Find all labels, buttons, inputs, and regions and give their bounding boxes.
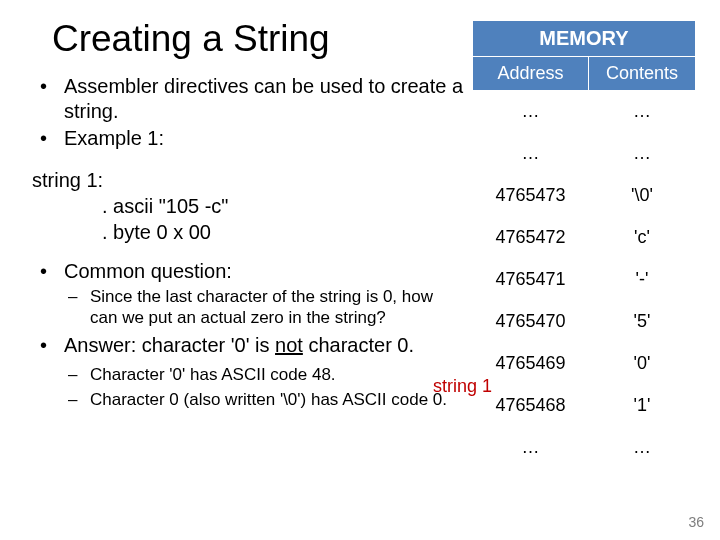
sub-bullet-item: Since the last character of the string i…: [24, 286, 464, 329]
slide: Creating a String Assembler directives c…: [0, 0, 720, 540]
cell-address: …: [473, 133, 589, 175]
code-block: string 1: . ascii "105 -c" . byte 0 x 00: [24, 167, 464, 245]
code-line: string 1:: [24, 167, 464, 193]
answer-text-not: not: [275, 334, 303, 356]
table-row: 4765471'-': [473, 259, 696, 301]
cell-contents: '\0': [588, 175, 695, 217]
code-line: . ascii "105 -c": [24, 193, 464, 219]
memory-table: Address Contents …… …… 4765473'\0' 47654…: [472, 56, 696, 469]
table-header-row: Address Contents: [473, 57, 696, 91]
cell-contents: …: [588, 427, 695, 469]
col-header-address: Address: [473, 57, 589, 91]
cell-contents: …: [588, 91, 695, 133]
left-column: Assembler directives can be used to crea…: [24, 74, 472, 414]
cell-address: 4765470: [473, 301, 589, 343]
cell-contents: '-': [588, 259, 695, 301]
sub-bullet-list: Since the last character of the string i…: [24, 286, 464, 329]
table-row: ……: [473, 427, 696, 469]
cell-contents: …: [588, 133, 695, 175]
sub-bullet-item: Character '0' has ASCII code 48.: [24, 364, 464, 385]
page-number: 36: [688, 514, 704, 530]
cell-contents: '1': [588, 385, 695, 427]
cell-address: …: [473, 91, 589, 133]
sub-bullet-list: Character '0' has ASCII code 48. Charact…: [24, 364, 464, 411]
code-line: . byte 0 x 00: [24, 219, 464, 245]
memory-title: MEMORY: [472, 20, 696, 57]
bullet-item: Assembler directives can be used to crea…: [24, 74, 464, 124]
table-row: 4765473'\0': [473, 175, 696, 217]
cell-address: 4765472: [473, 217, 589, 259]
right-column: MEMORY Address Contents …… …… 4765473'\0…: [472, 74, 696, 469]
bullet-list: Common question:: [24, 259, 464, 284]
answer-text-pre: Answer: character '0' is: [64, 334, 275, 356]
table-row: ……: [473, 91, 696, 133]
table-row: 4765469'0': [473, 343, 696, 385]
table-row: ……: [473, 133, 696, 175]
cell-contents: '0': [588, 343, 695, 385]
table-row: 4765470'5': [473, 301, 696, 343]
cell-address: 4765473: [473, 175, 589, 217]
col-header-contents: Contents: [588, 57, 695, 91]
bullet-list: Assembler directives can be used to crea…: [24, 74, 464, 151]
string1-pointer-label: string 1: [433, 376, 492, 397]
answer-text-post: character 0.: [303, 334, 414, 356]
table-row: 4765468'1': [473, 385, 696, 427]
cell-contents: 'c': [588, 217, 695, 259]
content-row: Assembler directives can be used to crea…: [24, 74, 696, 469]
bullet-item: Example 1:: [24, 126, 464, 151]
bullet-item: Common question:: [24, 259, 464, 284]
cell-address: 4765471: [473, 259, 589, 301]
cell-contents: '5': [588, 301, 695, 343]
sub-bullet-item: Character 0 (also written '\0') has ASCI…: [24, 389, 464, 410]
bullet-answer: Answer: character '0' is not character 0…: [24, 333, 464, 358]
table-row: 4765472'c': [473, 217, 696, 259]
cell-address: …: [473, 427, 589, 469]
bullet-list: Answer: character '0' is not character 0…: [24, 333, 464, 358]
